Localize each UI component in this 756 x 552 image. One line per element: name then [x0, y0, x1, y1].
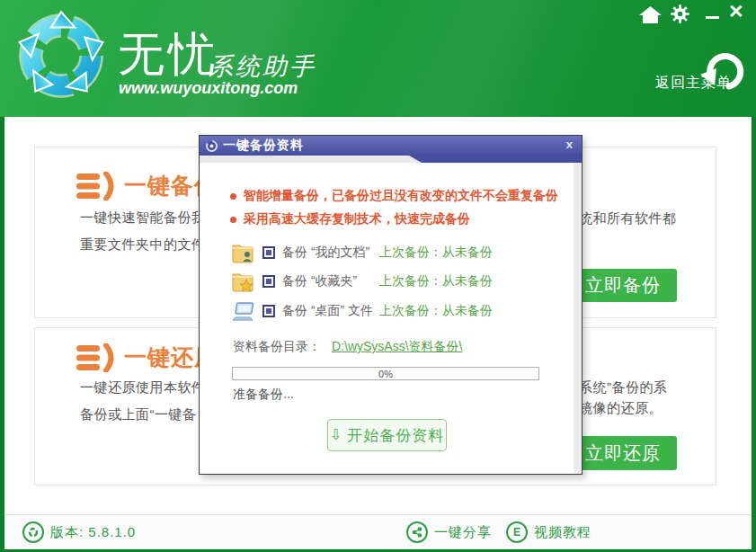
gear-icon[interactable] [671, 4, 689, 23]
share-button[interactable]: 一键分享 [406, 515, 492, 549]
backup-status-text: 准备备份... [233, 387, 294, 403]
checkbox-favorites[interactable] [262, 275, 275, 288]
backup-item-favorites: 备份 “收藏夹” 上次备份：从未备份 [232, 269, 556, 294]
dialog-tab-row [200, 156, 582, 163]
checkbox-desktop[interactable] [262, 305, 275, 317]
minimize-button[interactable] [706, 16, 719, 19]
orange-list-icon [76, 172, 118, 200]
version-info: 版本: 5.8.1.0 [22, 515, 136, 549]
backup-dialog: 一键备份资料 x 智能增量备份，已备份过且没有改变的文件不会重复备份 采用高速大… [199, 135, 583, 475]
backup-item-label: 备份 “桌面” 文件 [282, 303, 373, 319]
dialog-close-button[interactable]: x [566, 138, 573, 152]
backup-item-my-documents: 备份 “我的文档” 上次备份：从未备份 [232, 240, 556, 265]
home-icon[interactable] [639, 6, 662, 24]
dialog-right-gutter [574, 163, 582, 474]
folder-star-icon [232, 271, 255, 292]
return-arrow-icon[interactable] [698, 45, 749, 93]
backup-item-desktop: 备份 “桌面” 文件 上次备份：从未备份 [232, 298, 556, 324]
backup-directory-link[interactable]: D:\wySysAss\资料备份\ [332, 339, 462, 353]
share-label: 一键分享 [434, 524, 492, 541]
download-arrow-icon: ⇩ [330, 428, 342, 442]
checkbox-my-documents[interactable] [262, 246, 275, 259]
close-button[interactable]: ✕ [728, 1, 744, 22]
backup-directory-row: 资料备份目录：D:\wySysAss\资料备份\ [233, 339, 462, 355]
version-label: 版本: 5.8.1.0 [50, 524, 136, 541]
restore-now-button[interactable]: 立即还原 [569, 436, 677, 470]
backup-item-status: 上次备份：从未备份 [379, 245, 493, 261]
restore-desc-line1: 一键还原使用本软件 [80, 379, 206, 396]
restore-desc-right2: 镜像的还原。 [579, 400, 663, 417]
version-recycle-icon [22, 521, 44, 543]
app-logo-recycle-icon [11, 5, 111, 106]
footer-bar: 版本: 5.8.1.0 一键分享 E 视频教程 [4, 514, 752, 549]
backup-item-label: 备份 “我的文档” [282, 245, 369, 261]
video-tutorial-icon: E [506, 521, 528, 543]
desktop-computer-icon [232, 300, 255, 322]
restore-desc-line2: 备份或上面“一键备 [80, 406, 197, 423]
section-restore-heading: 一键还原 [76, 343, 218, 372]
header: 无忧 系统助手 www.wuyouxitong.com ✕ 返回主菜单 [0, 0, 756, 117]
brand-subtitle: 系统助手 [209, 50, 316, 83]
dialog-titlebar: 一键备份资料 x [200, 136, 582, 156]
backup-directory-label: 资料备份目录： [233, 339, 321, 353]
backup-desc-line2: 重要文件夹中的文件 [80, 236, 206, 254]
backup-now-button[interactable]: 立即备份 [569, 269, 677, 302]
dialog-logo-icon [205, 139, 218, 153]
backup-progress-bar: 0% [232, 367, 539, 380]
section-backup-heading: 一键备份 [76, 171, 218, 200]
dialog-notice-2: 采用高速大缓存复制技术，快速完成备份 [230, 211, 470, 227]
backup-desc-line1: 一键快速智能备份我 [80, 209, 206, 227]
start-backup-label: 开始备份资料 [347, 425, 444, 446]
backup-item-status: 上次备份：从未备份 [379, 273, 493, 289]
app-window: 无忧 系统助手 www.wuyouxitong.com ✕ 返回主菜单 [0, 0, 756, 552]
dialog-tab-shape [409, 156, 582, 163]
backup-desc-right1: 统和所有软件都 [579, 210, 677, 227]
orange-list-icon [76, 343, 118, 372]
brand-title: 无忧 [118, 23, 218, 86]
restore-desc-right1: 系统”备份的系 [579, 379, 668, 396]
video-tutorial-button[interactable]: E 视频教程 [506, 515, 591, 549]
brand-url: www.wuyouxitong.com [119, 79, 298, 98]
folder-user-icon [232, 242, 255, 263]
start-backup-button[interactable]: ⇩ 开始备份资料 [327, 419, 447, 451]
backup-item-status: 上次备份：从未备份 [379, 303, 493, 319]
backup-item-label: 备份 “收藏夹” [282, 273, 357, 289]
dialog-notice-1: 智能增量备份，已备份过且没有改变的文件不会重复备份 [230, 188, 558, 204]
video-label: 视频教程 [534, 524, 591, 541]
share-icon [406, 521, 428, 543]
dialog-title: 一键备份资料 [223, 138, 304, 154]
